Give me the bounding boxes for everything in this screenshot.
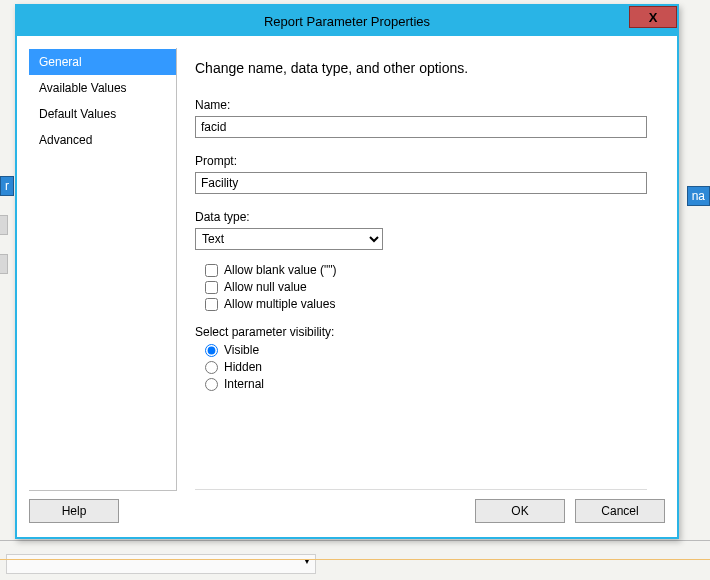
datatype-select[interactable]: Text <box>195 228 383 250</box>
visibility-visible-radio[interactable]: Visible <box>195 343 647 357</box>
checkbox-label: Allow multiple values <box>224 297 335 311</box>
chevron-down-icon: ▼ <box>299 555 315 566</box>
sidebar-item-label: Available Values <box>39 81 127 95</box>
radio-input[interactable] <box>205 361 218 374</box>
close-icon: X <box>649 10 658 25</box>
cancel-button[interactable]: Cancel <box>575 499 665 523</box>
prompt-input[interactable] <box>195 172 647 194</box>
close-button[interactable]: X <box>629 6 677 28</box>
sidebar-item-default-values[interactable]: Default Values <box>29 101 176 127</box>
window-title: Report Parameter Properties <box>264 14 430 29</box>
sidebar: General Available Values Default Values … <box>29 48 177 491</box>
checkbox-input[interactable] <box>205 298 218 311</box>
prompt-label: Prompt: <box>195 154 647 168</box>
main-panel: Change name, data type, and other option… <box>177 48 665 491</box>
checkbox-label: Allow null value <box>224 280 307 294</box>
sidebar-item-advanced[interactable]: Advanced <box>29 127 176 153</box>
visibility-hidden-radio[interactable]: Hidden <box>195 360 647 374</box>
radio-label: Hidden <box>224 360 262 374</box>
ok-button[interactable]: OK <box>475 499 565 523</box>
checkbox-input[interactable] <box>205 264 218 277</box>
radio-input[interactable] <box>205 378 218 391</box>
allow-multiple-checkbox[interactable]: Allow multiple values <box>195 297 647 311</box>
sidebar-item-label: Advanced <box>39 133 92 147</box>
dialog-body: General Available Values Default Values … <box>17 36 677 537</box>
separator <box>195 489 647 490</box>
sidebar-item-available-values[interactable]: Available Values <box>29 75 176 101</box>
sidebar-item-label: Default Values <box>39 107 116 121</box>
button-bar: Help OK Cancel <box>29 497 665 525</box>
radio-label: Visible <box>224 343 259 357</box>
dialog-report-parameter-properties: Report Parameter Properties X General Av… <box>15 4 679 539</box>
allow-null-checkbox[interactable]: Allow null value <box>195 280 647 294</box>
name-input[interactable] <box>195 116 647 138</box>
checkbox-input[interactable] <box>205 281 218 294</box>
bg-tag-left: r <box>0 176 14 196</box>
help-button[interactable]: Help <box>29 499 119 523</box>
name-label: Name: <box>195 98 647 112</box>
panel-heading: Change name, data type, and other option… <box>195 60 647 76</box>
sidebar-item-general[interactable]: General <box>29 49 176 75</box>
allow-blank-checkbox[interactable]: Allow blank value ("") <box>195 263 647 277</box>
radio-input[interactable] <box>205 344 218 357</box>
visibility-internal-radio[interactable]: Internal <box>195 377 647 391</box>
bg-dropdown-fragment: ▼ <box>6 554 316 574</box>
visibility-label: Select parameter visibility: <box>195 325 647 339</box>
bg-tag-right: na <box>687 186 710 206</box>
sidebar-item-label: General <box>39 55 82 69</box>
datatype-label: Data type: <box>195 210 647 224</box>
title-bar: Report Parameter Properties X <box>17 6 677 36</box>
radio-label: Internal <box>224 377 264 391</box>
checkbox-label: Allow blank value ("") <box>224 263 337 277</box>
